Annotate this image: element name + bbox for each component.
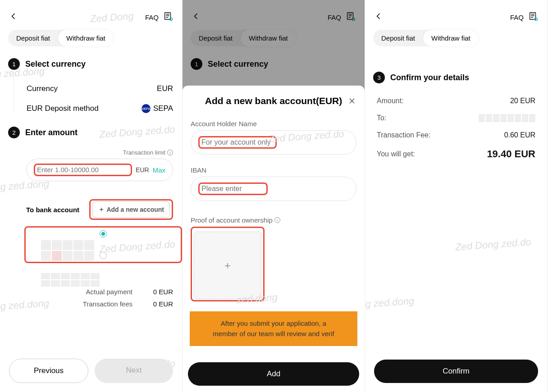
proof-label: Proof of account ownership: [191, 216, 273, 224]
svg-point-1: [169, 18, 172, 20]
panel-confirm: Zed Dong zed.do Dong zed.dong Zed Dong z…: [365, 0, 548, 392]
holder-name-label: Account Holder Name: [191, 120, 356, 128]
panel-add-bank-modal: FAQ Deposit fiat Withdraw fiat 1 Select …: [183, 0, 365, 392]
faq-link[interactable]: FAQ: [510, 14, 524, 21]
iban-label: IBAN: [191, 166, 356, 174]
panel-withdraw-form: Zed Dong Zed Dong zed.do Dong zed.dong D…: [0, 0, 183, 392]
confirm-get-value: 19.40 EUR: [487, 148, 535, 160]
actual-payment-label: Actual payment: [86, 286, 132, 298]
step-2-title: Enter amount: [25, 128, 78, 137]
to-bank-label: To bank account: [26, 206, 79, 214]
plus-icon: ＋: [223, 259, 233, 272]
tx-limit-label: Transaction limit: [123, 149, 165, 156]
previous-button[interactable]: Previous: [9, 359, 88, 383]
confirm-to-label: To:: [377, 114, 386, 122]
confirm-get-label: You will get:: [377, 150, 415, 158]
review-notice: After you submit your application, a mem…: [190, 311, 357, 346]
step-3-badge: 3: [373, 72, 385, 83]
amount-input[interactable]: [37, 166, 123, 173]
confirm-amount-label: Amount:: [377, 97, 404, 105]
bank-account-item-1[interactable]: [41, 240, 99, 261]
info-icon[interactable]: i: [274, 217, 280, 223]
currency-value: EUR: [157, 84, 173, 93]
tab-deposit[interactable]: Deposit fiat: [8, 30, 58, 46]
confirm-to-value-redacted: [479, 114, 535, 122]
tabs: Deposit fiat Withdraw fiat: [373, 30, 479, 46]
sheet-title: Add a new bank account(EUR): [205, 96, 342, 106]
bank-account-radio-1[interactable]: [100, 230, 107, 237]
tab-withdraw[interactable]: Withdraw fiat: [58, 30, 114, 46]
add-button[interactable]: Add: [188, 362, 359, 386]
deposit-method-value: SEPA: [153, 104, 173, 113]
confirm-fee-label: Transaction Fee:: [377, 131, 430, 139]
currency-label: Currency: [27, 84, 58, 93]
add-account-button[interactable]: ＋ Add a new account: [92, 201, 170, 218]
add-bank-sheet: Zed Dong zed.do zed.dong Add a new bank …: [183, 86, 365, 392]
tabs: Deposit fiat Withdraw fiat: [8, 30, 114, 46]
step-2-badge: 2: [8, 127, 20, 138]
iban-input[interactable]: [201, 185, 265, 193]
faq-doc-icon[interactable]: [528, 11, 538, 23]
bank-account-item-2[interactable]: [41, 273, 104, 287]
confirm-fee-value: 0.60 EUR: [504, 131, 535, 139]
faq-doc-icon[interactable]: [163, 11, 173, 23]
back-icon[interactable]: [9, 12, 18, 23]
confirm-button[interactable]: Confirm: [374, 360, 538, 383]
confirm-amount-value: 20 EUR: [510, 97, 535, 105]
deposit-method-label: EUR Deposit method: [27, 104, 99, 113]
svg-point-5: [534, 18, 537, 20]
actual-payment-value: 0 EUR: [142, 286, 173, 298]
bank-account-radio-2[interactable]: [100, 252, 107, 259]
sepa-icon: S€PA: [142, 104, 151, 113]
step-3-title: Confirm your details: [390, 73, 469, 82]
plus-icon: ＋: [98, 205, 105, 214]
tx-fee-label: Transaction fees: [83, 298, 132, 310]
max-button[interactable]: Max: [153, 166, 165, 174]
next-button[interactable]: Next: [95, 359, 173, 383]
holder-name-input[interactable]: [201, 138, 274, 146]
tab-withdraw[interactable]: Withdraw fiat: [423, 30, 479, 46]
back-icon[interactable]: [374, 12, 383, 23]
faq-link[interactable]: FAQ: [145, 14, 159, 21]
amount-ccy: EUR: [136, 166, 149, 173]
tab-deposit[interactable]: Deposit fiat: [373, 30, 423, 46]
step-1-title: Select currency: [25, 59, 86, 69]
tx-fee-value: 0 EUR: [142, 298, 173, 310]
step-1-badge: 1: [8, 58, 20, 70]
upload-proof-button[interactable]: ＋: [194, 232, 261, 299]
info-icon[interactable]: i: [167, 150, 173, 155]
close-icon[interactable]: [347, 96, 356, 107]
